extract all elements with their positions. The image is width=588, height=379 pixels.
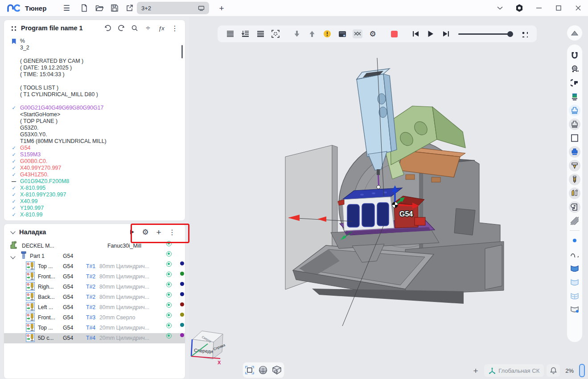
report-panel-icon[interactable] [335,27,350,41]
minimize-button[interactable] [529,2,549,14]
operation-radio[interactable] [166,292,172,297]
operation-radio[interactable] [166,272,172,277]
undo-icon[interactable] [101,22,115,34]
gcode-line[interactable]: G00G21G40G49G69G80G90G17 [4,105,185,111]
machine-3d-scene[interactable]: G54 [189,16,588,379]
simulation-progress-slider[interactable] [458,27,512,41]
gcode-line[interactable]: ( TIME: 15:04:33 ) [4,71,185,78]
part-radio[interactable] [166,251,172,257]
fit-view-icon[interactable] [245,366,254,375]
surface-filled-icon[interactable] [569,262,580,274]
gcode-line[interactable]: X-810.995 [4,185,185,192]
gcode-line[interactable]: G01G94Z0.F200M8 [4,178,185,185]
operation-row[interactable]: G Left ... G54 T#2 80mm Цилиндрич... [4,302,185,313]
skip-end-button[interactable] [439,27,453,41]
chevron-down-icon[interactable] [490,2,510,14]
operation-radio[interactable] [166,282,172,287]
cone-tool-icon[interactable] [569,160,580,171]
operation-row[interactable]: G Back... G54 T#2 80mm Цилиндрич... [4,292,185,302]
point-icon[interactable] [569,235,580,246]
operation-radio[interactable] [166,302,172,308]
gcode-scrollbar[interactable] [181,45,183,58]
view-cube[interactable]: Спереди Справа Сверху X [190,327,230,367]
operation-row[interactable]: G 5D c... G54 T#4 20mm Цилиндрич... [4,333,185,343]
sidebar-collapse-button[interactable] [567,25,582,41]
play-button[interactable] [424,27,438,41]
step-down-icon[interactable] [290,27,304,41]
curve-icon[interactable] [569,249,580,260]
progress-indicator[interactable] [579,364,585,377]
collapse-chevron-icon[interactable] [10,229,15,234]
operation-radio[interactable] [166,323,172,328]
sphere-view-icon[interactable] [259,366,267,375]
skip-start-button[interactable] [408,27,423,41]
part-expand-chevron[interactable] [10,254,15,259]
lines-icon[interactable] [223,27,237,41]
gcode-line[interactable]: G54 [4,145,185,151]
simulation-settings-icon[interactable] [366,27,380,41]
stock-layers-icon[interactable] [569,91,580,102]
gcode-line[interactable]: X-810.99 [4,212,185,218]
step-up-icon[interactable] [305,27,319,41]
open-folder-icon[interactable] [92,2,107,14]
part-row[interactable]: Part 1 G54 [4,251,185,261]
gcode-line[interactable]: G53X0.Y0. [4,131,185,138]
gcode-line[interactable]: X40.99Y270.997 [4,165,185,171]
new-file-icon[interactable] [77,2,92,14]
toolpath-toggle-icon[interactable] [350,27,365,41]
tab-3plus2[interactable]: 3+2 [137,2,209,14]
operation-row[interactable]: G Top ... G54 T#4 20mm Цилиндрич... [4,323,185,333]
new-tab-button[interactable] [214,2,229,14]
warning-icon[interactable] [320,27,334,41]
notifications-button[interactable] [547,364,560,377]
gcode-line[interactable]: T1M6 (80MM CYLINDRICAL MILL) [4,138,185,145]
hatch-pattern-icon[interactable] [569,215,580,227]
gcode-listing[interactable]: % 3_2 ( GENERATED BY CAM ) ( DATE: 19.12… [4,38,185,220]
gcode-line[interactable]: X40.99 [4,198,185,205]
drag-handle-icon[interactable] [10,25,16,31]
surface-light-icon[interactable] [569,276,580,288]
maximize-button[interactable] [549,2,568,14]
operation-radio[interactable] [166,313,172,318]
tool-holder-filled-icon[interactable] [569,146,580,158]
blank-square-icon[interactable] [569,132,580,144]
operation-row[interactable]: G Front... G54 T#2 80mm Цилиндрич... [4,272,185,282]
operation-row[interactable]: G Front... G54 T#3 20mm Сверло [4,313,185,323]
gcode-line[interactable]: G43H1Z50. [4,171,185,178]
gcode-line[interactable]: X-810.99Y230.997 [4,192,185,198]
gcode-line[interactable]: Y190.997 [4,205,185,212]
more-menu-icon[interactable] [168,22,181,34]
close-button[interactable] [568,2,588,14]
add-cs-button[interactable] [470,365,481,376]
gcode-line[interactable] [4,78,185,85]
gcode-line[interactable]: <StartGoHome> [4,111,185,118]
gcode-line[interactable]: 3_2 [4,45,185,51]
lines-bold-icon[interactable] [253,27,267,41]
drill-tool-icon[interactable] [569,174,580,185]
gcode-line[interactable]: ( TOOLS LIST ) [4,85,185,91]
tool-holder-icon[interactable] [569,118,580,130]
gcode-line[interactable]: ( GENERATED BY CAM ) [4,58,185,65]
rotary-axis-icon[interactable] [569,77,580,89]
surface-point-icon[interactable] [569,304,580,315]
gcode-line[interactable]: ( DATE: 19.12.2025 ) [4,65,185,71]
divide-icon[interactable] [141,22,155,34]
mill-tool-icon[interactable] [569,187,580,199]
gcode-line[interactable]: S159M3 [4,151,185,158]
settings-nut-icon[interactable] [510,2,529,14]
gcode-line[interactable]: G00B0.C0. [4,158,185,165]
redo-icon[interactable] [115,22,128,34]
export-icon[interactable] [122,2,137,14]
operation-radio[interactable] [166,261,172,267]
save-icon[interactable] [107,2,122,14]
surface-grid-icon[interactable] [569,290,580,302]
iso-view-icon[interactable] [272,366,282,375]
tool-holder-active-icon[interactable] [569,105,580,116]
gcode-line[interactable] [4,51,185,58]
stop-button[interactable] [387,27,401,41]
gcode-line[interactable] [4,98,185,105]
gcode-line[interactable]: ( TOP PLANE ) [4,118,185,125]
probe-icon[interactable] [569,63,580,75]
menu-icon[interactable] [59,2,74,14]
search-icon[interactable] [128,22,141,34]
